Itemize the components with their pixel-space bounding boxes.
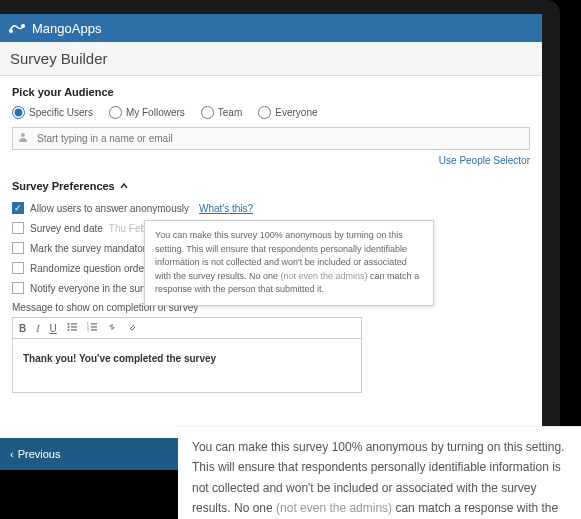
svg-rect-6 xyxy=(71,326,77,327)
content-area: Pick your Audience Specific Users My Fol… xyxy=(0,76,542,403)
overlay-tooltip: You can make this survey 100% anonymous … xyxy=(178,426,581,519)
checkbox-randomize[interactable] xyxy=(12,262,24,274)
tooltip-em: (not even the admins) xyxy=(281,271,368,281)
pref-anonymous: ✓ Allow users to answer anonymously What… xyxy=(12,202,530,214)
pref-end-date: Survey end date Thu Feb 15, 20 You can m… xyxy=(12,222,530,234)
svg-point-5 xyxy=(67,326,69,328)
numbered-list-button[interactable]: 123 xyxy=(87,322,97,334)
svg-rect-8 xyxy=(71,329,77,330)
radio-team-input[interactable] xyxy=(201,106,214,119)
checkbox-end-date[interactable] xyxy=(12,222,24,234)
laptop-screen: MangoApps Survey Builder Pick your Audie… xyxy=(0,0,560,470)
svg-point-2 xyxy=(21,133,25,137)
anonymous-tooltip: You can make this survey 100% anonymous … xyxy=(144,220,434,306)
radio-followers-input[interactable] xyxy=(109,106,122,119)
italic-button[interactable]: I xyxy=(36,323,39,334)
svg-point-1 xyxy=(21,24,25,28)
checkbox-mandatory[interactable] xyxy=(12,242,24,254)
radio-specific-users[interactable]: Specific Users xyxy=(12,106,93,119)
svg-rect-4 xyxy=(71,323,77,324)
radio-my-followers[interactable]: My Followers xyxy=(109,106,185,119)
previous-button[interactable]: Previous xyxy=(18,448,61,460)
overlay-em: (not even the admins) xyxy=(276,501,392,515)
mandatory-label: Mark the survey mandatory xyxy=(30,243,151,254)
radio-everyone[interactable]: Everyone xyxy=(258,106,317,119)
page-title: Survey Builder xyxy=(0,42,542,76)
radio-specific-input[interactable] xyxy=(12,106,25,119)
svg-rect-10 xyxy=(91,326,97,327)
attachment-button[interactable] xyxy=(127,322,137,334)
link-button[interactable] xyxy=(107,322,117,334)
svg-point-7 xyxy=(67,329,69,331)
audience-radio-group: Specific Users My Followers Team Everyon… xyxy=(12,106,530,119)
checkbox-notify[interactable] xyxy=(12,282,24,294)
name-input-wrap xyxy=(12,127,530,150)
rich-text-editor: B I U 123 Thank you! You've completed th… xyxy=(12,317,362,393)
chevron-left-icon: ‹ xyxy=(10,448,14,460)
svg-rect-11 xyxy=(91,329,97,330)
svg-rect-9 xyxy=(91,323,97,324)
chevron-up-icon xyxy=(119,181,129,191)
name-email-input[interactable] xyxy=(12,127,530,150)
anonymous-label: Allow users to answer anonymously xyxy=(30,203,189,214)
svg-point-3 xyxy=(67,323,69,325)
editor-content[interactable]: Thank you! You've completed the survey xyxy=(13,339,361,392)
people-selector-link[interactable]: Use People Selector xyxy=(439,155,530,166)
checkbox-anonymous[interactable]: ✓ xyxy=(12,202,24,214)
underline-button[interactable]: U xyxy=(50,323,57,334)
app-header: MangoApps xyxy=(0,14,542,42)
randomize-label: Randomize question order xyxy=(30,263,147,274)
radio-specific-label: Specific Users xyxy=(29,107,93,118)
radio-team[interactable]: Team xyxy=(201,106,242,119)
people-selector-row: Use People Selector xyxy=(12,154,530,166)
survey-preferences-header[interactable]: Survey Preferences xyxy=(12,180,530,192)
whats-this-link[interactable]: What's this? xyxy=(199,203,253,214)
brand-icon xyxy=(8,21,26,35)
brand-name: MangoApps xyxy=(32,21,101,36)
svg-text:3: 3 xyxy=(87,328,89,332)
radio-everyone-label: Everyone xyxy=(275,107,317,118)
bullet-list-button[interactable] xyxy=(67,322,77,334)
end-date-label: Survey end date xyxy=(30,223,103,234)
svg-point-0 xyxy=(9,29,13,33)
radio-team-label: Team xyxy=(218,107,242,118)
editor-toolbar: B I U 123 xyxy=(13,318,361,339)
audience-label: Pick your Audience xyxy=(12,86,530,98)
radio-everyone-input[interactable] xyxy=(258,106,271,119)
person-icon xyxy=(18,132,28,144)
prefs-header-text: Survey Preferences xyxy=(12,180,115,192)
bold-button[interactable]: B xyxy=(19,323,26,334)
radio-followers-label: My Followers xyxy=(126,107,185,118)
